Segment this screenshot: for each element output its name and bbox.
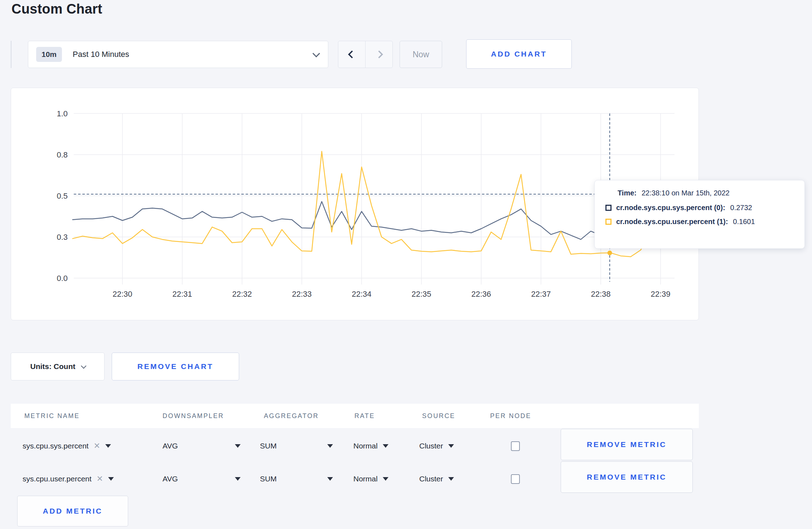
per-node-checkbox[interactable] — [511, 474, 520, 484]
svg-text:22:35: 22:35 — [411, 290, 431, 299]
remove-metric-button[interactable]: REMOVE METRIC — [561, 461, 693, 493]
caret-down-icon — [235, 477, 241, 481]
caret-down-icon — [448, 477, 454, 481]
aggregator-select[interactable]: SUM — [260, 463, 333, 495]
svg-text:0.5: 0.5 — [57, 191, 68, 200]
clear-metric-icon[interactable]: ✕ — [97, 474, 103, 484]
caret-down-icon — [383, 444, 388, 448]
sys-series-swatch-icon — [605, 205, 612, 211]
next-time-button[interactable] — [365, 41, 392, 68]
chevron-left-icon — [348, 50, 356, 59]
caret-down-icon — [383, 477, 388, 481]
metrics-table-header: METRIC NAME DOWNSAMPLER AGGREGATOR RATE … — [11, 404, 699, 428]
time-pager — [338, 41, 393, 68]
svg-text:0.8: 0.8 — [57, 150, 68, 159]
svg-text:22:30: 22:30 — [112, 290, 132, 299]
caret-down-icon — [327, 444, 333, 448]
tooltip-series-value: 0.1601 — [733, 218, 755, 226]
tooltip-series-row: cr.node.sys.cpu.user.percent (1): 0.1601 — [605, 218, 795, 226]
svg-text:22:31: 22:31 — [172, 290, 192, 299]
svg-text:22:36: 22:36 — [471, 290, 491, 299]
source-select[interactable]: Cluster — [419, 463, 454, 495]
svg-text:1.0: 1.0 — [57, 109, 68, 118]
add-metric-button[interactable]: ADD METRIC — [17, 496, 128, 526]
aggregator-select[interactable]: SUM — [260, 430, 333, 462]
caret-down-icon — [235, 444, 241, 448]
svg-text:0.3: 0.3 — [57, 233, 68, 242]
svg-text:22:38: 22:38 — [591, 290, 610, 299]
caret-down-icon — [448, 444, 454, 448]
custom-chart-page: Custom Chart 10m Past 10 Minutes Now ADD… — [0, 0, 812, 529]
rate-select[interactable]: Normal — [353, 463, 388, 495]
tooltip-series-name: cr.node.sys.cpu.sys.percent (0): — [616, 204, 725, 212]
col-header-downsampler: DOWNSAMPLER — [163, 404, 224, 428]
col-header-metric-name: METRIC NAME — [24, 404, 80, 428]
col-header-rate: RATE — [354, 404, 375, 428]
tooltip-time-label: Time: — [618, 189, 637, 197]
caret-down-icon — [105, 444, 111, 448]
per-node-cell — [511, 463, 520, 495]
page-title: Custom Chart — [11, 1, 102, 17]
per-node-checkbox[interactable] — [511, 441, 520, 451]
clear-metric-icon[interactable]: ✕ — [93, 441, 100, 451]
time-range-select[interactable]: 10m Past 10 Minutes — [28, 41, 328, 68]
prev-time-button[interactable] — [338, 41, 365, 68]
time-range-badge: 10m — [36, 47, 62, 62]
metric-name-select[interactable]: sys.cpu.user.percent ✕ — [23, 463, 114, 495]
chevron-down-icon — [313, 50, 320, 57]
source-select[interactable]: Cluster — [419, 430, 454, 462]
chart-tooltip: Time:22:38:10 on Mar 15th, 2022 cr.node.… — [594, 180, 805, 249]
units-select[interactable]: Units: Count — [11, 353, 105, 380]
col-header-aggregator: AGGREGATOR — [264, 404, 319, 428]
remove-metric-button[interactable]: REMOVE METRIC — [561, 429, 693, 460]
svg-text:22:32: 22:32 — [232, 290, 252, 299]
chevron-down-icon — [81, 363, 87, 369]
svg-text:22:37: 22:37 — [531, 290, 551, 299]
tooltip-series-row: cr.node.sys.cpu.sys.percent (0): 0.2732 — [605, 204, 795, 212]
svg-text:22:39: 22:39 — [651, 290, 670, 299]
add-chart-button[interactable]: ADD CHART — [466, 39, 572, 69]
tooltip-series-name: cr.node.sys.cpu.user.percent (1): — [616, 218, 728, 226]
svg-text:22:33: 22:33 — [292, 290, 311, 299]
downsampler-select[interactable]: AVG — [163, 430, 241, 462]
downsampler-select[interactable]: AVG — [163, 463, 241, 495]
col-header-per-node: PER NODE — [490, 404, 531, 428]
now-button[interactable]: Now — [400, 41, 442, 68]
svg-text:0.0: 0.0 — [57, 274, 68, 283]
remove-chart-button[interactable]: REMOVE CHART — [112, 353, 239, 380]
time-range-label: Past 10 Minutes — [73, 50, 129, 59]
chevron-right-icon — [375, 50, 383, 59]
caret-down-icon — [108, 477, 114, 481]
tooltip-series-value: 0.2732 — [730, 204, 752, 212]
caret-down-icon — [327, 477, 333, 481]
toolbar-divider — [11, 41, 11, 68]
svg-text:22:34: 22:34 — [352, 290, 371, 299]
col-header-source: SOURCE — [422, 404, 455, 428]
per-node-cell — [511, 430, 520, 462]
tooltip-time-row: Time:22:38:10 on Mar 15th, 2022 — [618, 189, 795, 197]
rate-select[interactable]: Normal — [353, 430, 388, 462]
user-series-swatch-icon — [605, 219, 612, 225]
tooltip-time-value: 22:38:10 on Mar 15th, 2022 — [642, 189, 730, 197]
metric-name-select[interactable]: sys.cpu.sys.percent ✕ — [23, 430, 111, 462]
